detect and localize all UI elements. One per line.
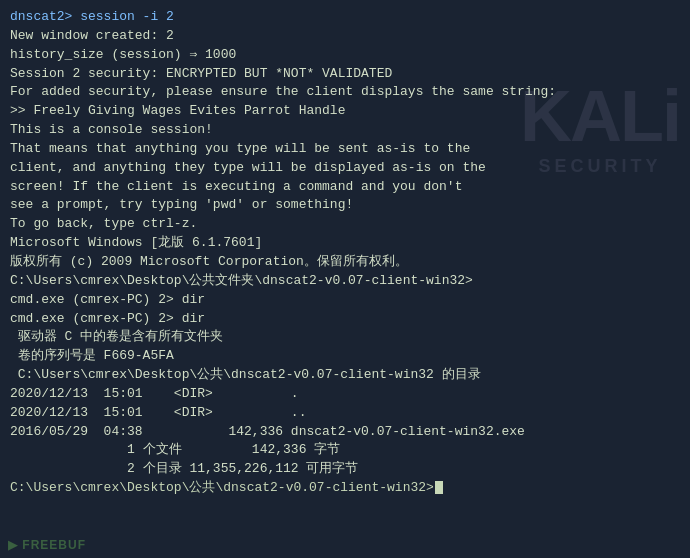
terminal-line: Session 2 security: ENCRYPTED BUT *NOT* …: [10, 65, 680, 84]
terminal-line: 卷的序列号是 F669-A5FA: [10, 347, 680, 366]
terminal-line: New window created: 2: [10, 27, 680, 46]
terminal-line: That means that anything you type will b…: [10, 140, 680, 159]
terminal-line: 2020/12/13 15:01 <DIR> .: [10, 385, 680, 404]
terminal-line: cmd.exe (cmrex-PC) 2> dir: [10, 310, 680, 329]
terminal-line: For added security, please ensure the cl…: [10, 83, 680, 102]
terminal-line: To go back, type ctrl-z.: [10, 215, 680, 234]
terminal-line: C:\Users\cmrex\Desktop\公共文件夹\dnscat2-v0.…: [10, 272, 680, 291]
terminal-line: This is a console session!: [10, 121, 680, 140]
terminal-line: see a prompt, try typing 'pwd' or someth…: [10, 196, 680, 215]
terminal-line: cmd.exe (cmrex-PC) 2> dir: [10, 291, 680, 310]
terminal-line: dnscat2> session -i 2: [10, 8, 680, 27]
terminal-line: 2016/05/29 04:38 142,336 dnscat2-v0.07-c…: [10, 423, 680, 442]
freebuf-logo: ▶ FREEBUF: [8, 538, 86, 552]
terminal-line: client, and anything they type will be d…: [10, 159, 680, 178]
terminal-line: screen! If the client is executing a com…: [10, 178, 680, 197]
terminal-line: 2020/12/13 15:01 <DIR> ..: [10, 404, 680, 423]
terminal-line: 1 个文件 142,336 字节: [10, 441, 680, 460]
terminal-line: 版权所有 (c) 2009 Microsoft Corporation。保留所有…: [10, 253, 680, 272]
terminal-line: >> Freely Giving Wages Evites Parrot Han…: [10, 102, 680, 121]
terminal-line: history_size (session) ⇒ 1000: [10, 46, 680, 65]
terminal-line: C:\Users\cmrex\Desktop\公共\dnscat2-v0.07-…: [10, 366, 680, 385]
terminal-line: C:\Users\cmrex\Desktop\公共\dnscat2-v0.07-…: [10, 479, 680, 498]
terminal-line: Microsoft Windows [龙版 6.1.7601]: [10, 234, 680, 253]
terminal-line: 驱动器 C 中的卷是含有所有文件夹: [10, 328, 680, 347]
terminal[interactable]: dnscat2> session -i 2New window created:…: [0, 0, 690, 558]
terminal-line: 2 个目录 11,355,226,112 可用字节: [10, 460, 680, 479]
